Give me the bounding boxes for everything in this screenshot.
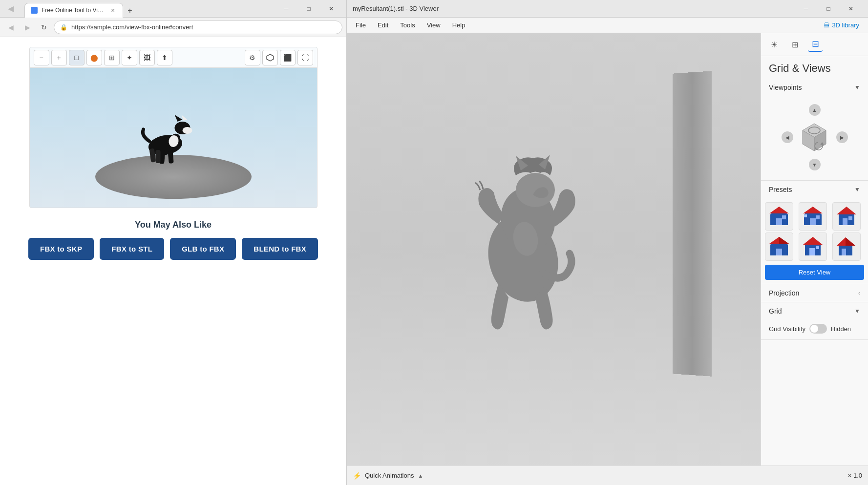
viewer-minimize-btn[interactable]: ─ bbox=[795, 0, 817, 18]
svg-rect-38 bbox=[776, 249, 782, 255]
browser-close-btn[interactable]: ✕ bbox=[320, 0, 342, 18]
nav-arrow-up[interactable]: ▲ bbox=[809, 104, 821, 116]
background-pillar bbox=[673, 71, 712, 376]
browser-tab-active[interactable]: Free Online Tool to View 3D FB ✕ bbox=[24, 3, 123, 18]
svg-marker-24 bbox=[769, 207, 789, 213]
toggle-knob bbox=[810, 325, 818, 333]
browser-minimize-btn[interactable]: ─ bbox=[275, 0, 297, 18]
presets-label: Presets bbox=[769, 186, 792, 193]
viewer-body: ☀ ⊞ ⊟ Grid & Views Viewpoints ▼ bbox=[347, 33, 868, 465]
preset-item-3[interactable] bbox=[832, 202, 861, 231]
viewer-menubar: File Edit Tools View Help 🏛 3D library bbox=[347, 18, 868, 33]
projection-label: Projection bbox=[769, 289, 799, 297]
grid-section-header: Grid ▼ Grid Visibility Hidden bbox=[761, 302, 868, 340]
quick-animations-chevron[interactable]: ▲ bbox=[418, 473, 423, 479]
grid-small-icon-btn[interactable]: ⊞ bbox=[787, 37, 802, 52]
svg-rect-43 bbox=[816, 246, 819, 249]
dog-figure bbox=[138, 106, 202, 174]
menu-tools[interactable]: Tools bbox=[395, 20, 420, 31]
grid-visibility-label: Grid Visibility bbox=[769, 325, 805, 333]
menu-edit[interactable]: Edit bbox=[373, 20, 393, 31]
viewer-maximize-btn[interactable]: □ bbox=[817, 0, 840, 18]
panel-icons-row: ☀ ⊞ ⊟ bbox=[761, 33, 868, 56]
browser-restore-btn[interactable]: □ bbox=[297, 0, 320, 18]
nav-arrow-down[interactable]: ▼ bbox=[809, 159, 821, 170]
viewer-canvas-browser: − + □ ⬤ ⊞ ✦ 🖼 ⬆ ⚙ ⬛ ⛶ bbox=[29, 47, 318, 208]
viewport-3d[interactable] bbox=[347, 33, 761, 465]
svg-rect-34 bbox=[843, 218, 847, 225]
tab-favicon bbox=[31, 7, 38, 14]
viewer-titlebar: myResultant(1).stl - 3D Viewer ─ □ ✕ bbox=[347, 0, 868, 18]
sun-icon: ☀ bbox=[771, 40, 778, 49]
presets-header[interactable]: Presets ▼ bbox=[761, 181, 868, 198]
color-btn[interactable]: ⬤ bbox=[86, 50, 102, 65]
viewpoints-header[interactable]: Viewpoints ▼ bbox=[761, 79, 868, 96]
forward-btn[interactable]: ▶ bbox=[21, 21, 34, 34]
settings-btn[interactable]: ⚙ bbox=[245, 50, 260, 65]
grid-large-icon-btn[interactable]: ⊟ bbox=[808, 37, 823, 52]
projection-header[interactable]: Projection ‹ bbox=[761, 284, 868, 302]
browser-tab-strip: Free Online Tool to View 3D FB ✕ + bbox=[24, 0, 137, 18]
preset-item-2[interactable] bbox=[799, 202, 827, 231]
url-text: https://sample.com/view-fbx-online#conve… bbox=[71, 23, 193, 31]
preset-item-4[interactable] bbox=[765, 232, 793, 261]
upload-btn[interactable]: ⬆ bbox=[157, 50, 172, 65]
viewpoints-content: ◀ ▲ bbox=[761, 96, 868, 180]
grid-visibility-row: Grid Visibility Hidden bbox=[769, 324, 860, 334]
back-btn[interactable]: ◀ bbox=[4, 21, 18, 34]
sun-icon-btn[interactable]: ☀ bbox=[767, 37, 782, 52]
grid-header[interactable]: Grid ▼ bbox=[761, 302, 868, 320]
grid-large-icon: ⊟ bbox=[812, 39, 819, 49]
light-btn[interactable]: ✦ bbox=[122, 50, 137, 65]
browser-back-btn[interactable]: ◀ bbox=[4, 2, 18, 16]
3d-library-btn[interactable]: 🏛 3D library bbox=[819, 20, 864, 31]
panel-title: Grid & Views bbox=[761, 56, 868, 79]
new-tab-btn[interactable]: + bbox=[123, 4, 137, 18]
menu-help[interactable]: Help bbox=[447, 20, 470, 31]
viewer-toolbar-browser: − + □ ⬤ ⊞ ✦ 🖼 ⬆ ⚙ ⬛ ⛶ bbox=[30, 47, 317, 68]
fbx-to-stl-btn[interactable]: FBX to STL bbox=[100, 238, 164, 260]
nav-arrow-right[interactable]: ▶ bbox=[836, 131, 848, 143]
viewpoints-label: Viewpoints bbox=[769, 84, 802, 91]
viewer-close-btn[interactable]: ✕ bbox=[840, 0, 862, 18]
reset-view-btn[interactable]: Reset View bbox=[765, 265, 864, 280]
svg-marker-0 bbox=[267, 54, 274, 61]
svg-marker-5 bbox=[174, 115, 182, 122]
blend-to-fbx-btn[interactable]: BLEND to FBX bbox=[242, 238, 318, 260]
svg-point-14 bbox=[516, 173, 555, 207]
fbx-to-skp-btn[interactable]: FBX to SKP bbox=[28, 238, 94, 260]
grid-chevron: ▼ bbox=[854, 308, 860, 315]
zoom-out-btn[interactable]: − bbox=[34, 50, 49, 65]
preset-item-1[interactable] bbox=[765, 202, 793, 231]
image-btn[interactable]: 🖼 bbox=[139, 50, 155, 65]
frame-btn[interactable]: □ bbox=[69, 50, 85, 65]
cube-nav-svg bbox=[796, 119, 833, 156]
projection-chevron: ‹ bbox=[858, 290, 860, 296]
svg-rect-31 bbox=[804, 214, 807, 217]
svg-marker-6 bbox=[181, 115, 187, 121]
svg-marker-41 bbox=[803, 237, 823, 245]
grid-content: Grid Visibility Hidden bbox=[761, 320, 868, 339]
tab-close-btn[interactable]: ✕ bbox=[109, 6, 117, 14]
svg-rect-46 bbox=[842, 249, 846, 255]
menu-file[interactable]: File bbox=[351, 20, 371, 31]
glb-to-fbx-btn[interactable]: GLB to FBX bbox=[170, 238, 236, 260]
svg-marker-39 bbox=[779, 237, 789, 244]
menu-view[interactable]: View bbox=[422, 20, 445, 31]
zoom-in-btn[interactable]: + bbox=[51, 50, 67, 65]
preset-item-6[interactable] bbox=[832, 232, 861, 261]
preset-item-5[interactable] bbox=[799, 232, 827, 261]
grid-state-label: Hidden bbox=[831, 325, 851, 333]
cube2-btn[interactable]: ⬛ bbox=[280, 50, 296, 65]
refresh-btn[interactable]: ↻ bbox=[37, 21, 51, 34]
nav-arrow-left[interactable]: ◀ bbox=[782, 131, 793, 143]
svg-marker-33 bbox=[837, 207, 856, 214]
address-bar[interactable]: 🔒 https://sample.com/view-fbx-online#con… bbox=[54, 21, 342, 34]
cube-btn[interactable] bbox=[262, 50, 278, 65]
browser-tab-title: Free Online Tool to View 3D FB bbox=[42, 7, 105, 14]
grid-visibility-toggle[interactable] bbox=[809, 324, 827, 334]
grid-btn[interactable]: ⊞ bbox=[104, 50, 120, 65]
fullscreen-btn[interactable]: ⛶ bbox=[297, 50, 313, 65]
library-icon: 🏛 bbox=[824, 21, 830, 29]
window-controls: ─ □ ✕ bbox=[795, 0, 862, 18]
